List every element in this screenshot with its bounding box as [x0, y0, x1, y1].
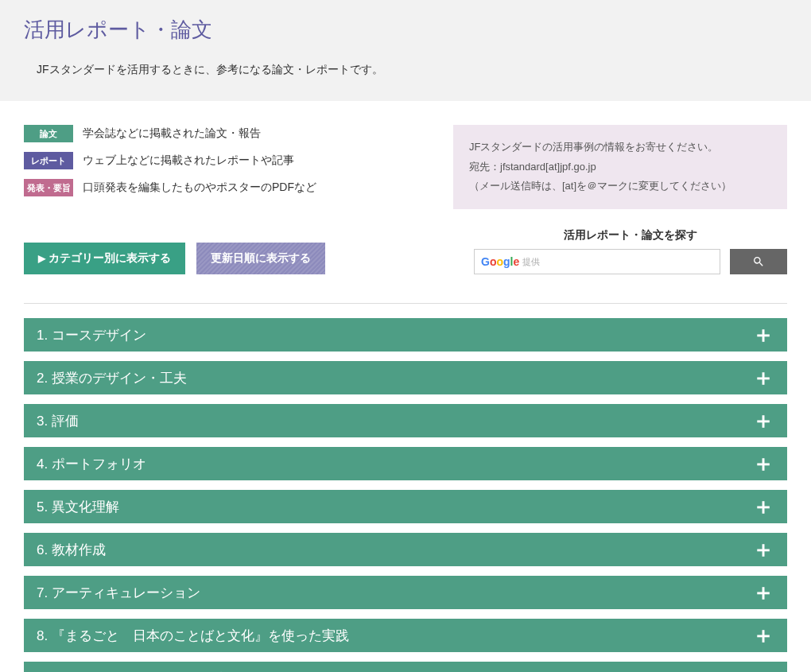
legend-row-presentation: 発表・要旨 口頭発表を編集したものやポスターのPDFなど: [24, 179, 316, 196]
divider: [24, 303, 787, 304]
google-logo: Google: [481, 255, 519, 268]
notice-line3: （メール送信時は、[at]を＠マークに変更してください）: [469, 177, 771, 196]
page-title: 活用レポート・論文: [24, 16, 787, 44]
legend-desc-report: ウェブ上などに掲載されたレポートや記事: [83, 153, 294, 168]
notice-box: JFスタンダードの活用事例の情報をお寄せください。 宛先：jfstandard[…: [453, 125, 787, 209]
plus-icon: ＋: [752, 324, 774, 346]
accordion-item-2[interactable]: 2. 授業のデザイン・工夫 ＋: [24, 361, 787, 394]
search-hint: 提供: [522, 256, 540, 268]
accordion-item-7[interactable]: 7. アーティキュレーション ＋: [24, 576, 787, 609]
search-title: 活用レポート・論文を探す: [474, 228, 787, 243]
plus-icon: ＋: [752, 667, 774, 672]
accordion-label: 9. JFスタンダードに関する論文・解説・紹介セミナー 他: [37, 670, 382, 672]
arrow-icon: ▶: [38, 253, 45, 264]
plus-icon: ＋: [752, 538, 774, 561]
tab-date-label: 更新日順に表示する: [211, 251, 311, 266]
accordion-list: 1. コースデザイン ＋ 2. 授業のデザイン・工夫 ＋ 3. 評価 ＋ 4. …: [24, 318, 787, 672]
plus-icon: ＋: [752, 624, 774, 647]
legend-row-report: レポート ウェブ上などに掲載されたレポートや記事: [24, 152, 316, 169]
accordion-item-9[interactable]: 9. JFスタンダードに関する論文・解説・紹介セミナー 他 ＋: [24, 662, 787, 672]
accordion-item-4[interactable]: 4. ポートフォリオ ＋: [24, 447, 787, 480]
notice-line2: 宛先：jfstandard[at]jpf.go.jp: [469, 157, 771, 177]
accordion-item-5[interactable]: 5. 異文化理解 ＋: [24, 490, 787, 523]
search-area: 活用レポート・論文を探す Google 提供: [474, 228, 787, 274]
page-subtitle: JFスタンダードを活用するときに、参考になる論文・レポートです。: [37, 63, 787, 77]
legend: 論文 学会誌などに掲載された論文・報告 レポート ウェブ上などに掲載されたレポー…: [24, 125, 316, 206]
plus-icon: ＋: [752, 367, 774, 389]
header: 活用レポート・論文 JFスタンダードを活用するときに、参考になる論文・レポートで…: [0, 0, 811, 101]
search-icon: [752, 255, 765, 268]
controls-row: ▶ カテゴリー別に表示する 更新日順に表示する 活用レポート・論文を探す Goo…: [24, 228, 787, 274]
tab-date[interactable]: 更新日順に表示する: [196, 243, 325, 274]
notice-line1: JFスタンダードの活用事例の情報をお寄せください。: [469, 138, 771, 157]
accordion-label: 1. コースデザイン: [37, 326, 146, 344]
accordion-item-8[interactable]: 8. 『まるごと 日本のことばと文化』を使った実践 ＋: [24, 619, 787, 652]
accordion-label: 7. アーティキュレーション: [37, 584, 200, 602]
accordion-item-1[interactable]: 1. コースデザイン ＋: [24, 318, 787, 352]
plus-icon: ＋: [752, 410, 774, 432]
search-button[interactable]: [730, 249, 787, 274]
plus-icon: ＋: [752, 581, 774, 604]
accordion-label: 6. 教材作成: [37, 541, 106, 559]
content: 論文 学会誌などに掲載された論文・報告 レポート ウェブ上などに掲載されたレポー…: [0, 101, 811, 672]
search-input[interactable]: Google 提供: [474, 249, 720, 274]
tag-paper: 論文: [24, 125, 73, 142]
legend-desc-paper: 学会誌などに掲載された論文・報告: [83, 126, 261, 141]
plus-icon: ＋: [752, 453, 774, 475]
accordion-item-6[interactable]: 6. 教材作成 ＋: [24, 533, 787, 566]
accordion-item-3[interactable]: 3. 評価 ＋: [24, 404, 787, 437]
accordion-label: 3. 評価: [37, 412, 79, 430]
plus-icon: ＋: [752, 495, 774, 518]
legend-desc-presentation: 口頭発表を編集したものやポスターのPDFなど: [83, 181, 316, 195]
tag-presentation: 発表・要旨: [24, 179, 73, 196]
top-row: 論文 学会誌などに掲載された論文・報告 レポート ウェブ上などに掲載されたレポー…: [24, 125, 787, 209]
tab-buttons: ▶ カテゴリー別に表示する 更新日順に表示する: [24, 243, 325, 274]
tab-category-label: カテゴリー別に表示する: [49, 251, 171, 266]
legend-row-paper: 論文 学会誌などに掲載された論文・報告: [24, 125, 316, 142]
accordion-label: 8. 『まるごと 日本のことばと文化』を使った実践: [37, 627, 349, 645]
accordion-label: 2. 授業のデザイン・工夫: [37, 369, 187, 387]
tab-category[interactable]: ▶ カテゴリー別に表示する: [24, 243, 185, 274]
accordion-label: 5. 異文化理解: [37, 498, 119, 516]
search-row: Google 提供: [474, 249, 787, 274]
accordion-label: 4. ポートフォリオ: [37, 455, 146, 473]
tag-report: レポート: [24, 152, 73, 169]
